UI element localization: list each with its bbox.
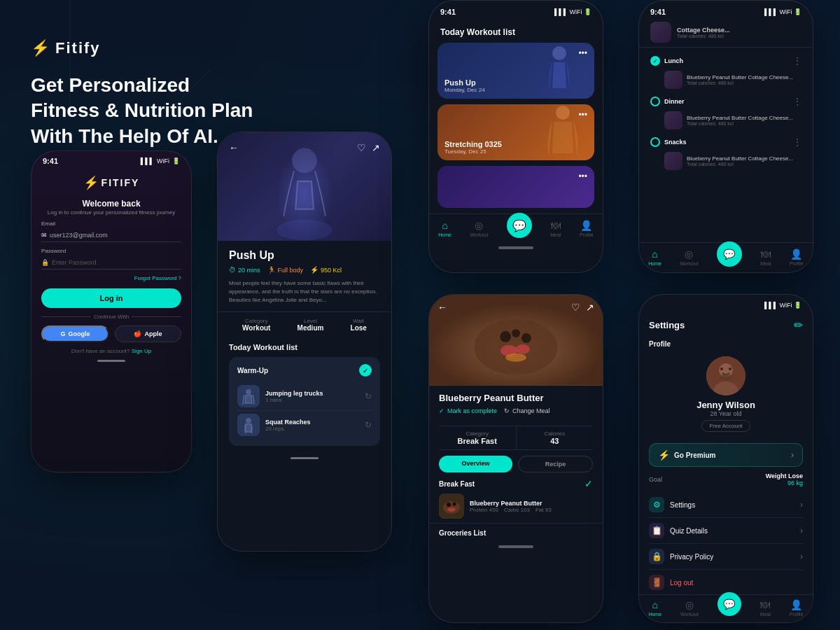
- more-options-icon[interactable]: •••: [578, 48, 587, 58]
- svg-point-30: [453, 503, 456, 506]
- exercise-item[interactable]: Squat Reaches 20 reps ↻: [237, 411, 372, 439]
- profile-icon: 👤: [790, 599, 802, 610]
- status-bar: 9:41 ▌▌▌ WiFi 🔋: [639, 1, 813, 19]
- exercise-item[interactable]: Jumping leg trucks 1 mins ↻: [237, 382, 372, 411]
- groceries-title: Groceries List: [439, 529, 593, 537]
- nutrition-item[interactable]: Blueberry Peanut Butter Cottage Cheese..…: [664, 150, 802, 172]
- google-login-button[interactable]: G Google: [41, 326, 109, 342]
- workout-list-item-2[interactable]: ••• Stretching 0325 Tuesday, Dec 25: [438, 104, 594, 160]
- settings-bottom-nav: ⌂ Home ◎ Workout 💬 🍽 Meal 👤 Profile: [639, 594, 813, 622]
- more-options-icon[interactable]: •••: [578, 172, 587, 181]
- back-icon[interactable]: ←: [438, 302, 447, 313]
- settings-menu-item-privacy[interactable]: 🔒 Privacy Policy ›: [649, 544, 803, 570]
- food-thumbnail: [439, 493, 464, 519]
- edit-icon[interactable]: ✏: [794, 318, 803, 332]
- continue-with-label: Continue With: [41, 314, 181, 320]
- chat-icon: 💬: [723, 598, 735, 610]
- settings-menu: ⚙ Settings › 📋 Quiz Details › 🔒 Privacy …: [639, 492, 813, 595]
- meal-icon: 🍽: [760, 599, 770, 610]
- warmup-title: Warm-Up: [237, 367, 268, 374]
- chat-fab-button[interactable]: 💬: [718, 592, 741, 616]
- workout-icon: ◎: [685, 248, 693, 260]
- meal-section: Break Fast ✓ Blueberry Peanut Butter: [429, 478, 603, 519]
- svg-point-26: [505, 354, 526, 362]
- email-input-row[interactable]: ✉ user123@gmail.com: [41, 229, 181, 242]
- meal-group-header: Dinner ⋮: [650, 97, 802, 106]
- top-item-name: Cottage Cheese...: [677, 27, 730, 34]
- settings-header: Settings ✏: [639, 312, 813, 339]
- nav-home[interactable]: ⌂ Home: [648, 599, 662, 617]
- recipe-tab[interactable]: Recipe: [518, 456, 593, 472]
- forgot-password-link[interactable]: Forgot Password ?: [41, 275, 181, 281]
- back-icon: ←: [229, 142, 239, 153]
- nav-workout[interactable]: ◎ Workout: [680, 599, 699, 617]
- back-button[interactable]: ←: [229, 142, 239, 153]
- home-icon: ⌂: [652, 599, 658, 610]
- nutrition-item[interactable]: Blueberry Peanut Butter Cottage Cheese..…: [664, 109, 802, 132]
- meal-group-dinner: Dinner ⋮ Blueberry Peanut Butter Cottage…: [639, 94, 813, 134]
- meal-group-lunch: ✓ Lunch ⋮ Blueberry Peanut Butter Cottag…: [639, 53, 813, 94]
- nav-profile[interactable]: 👤 Profile: [580, 220, 594, 238]
- overview-tab[interactable]: Overview: [439, 456, 512, 472]
- meal-group-header: ✓ Lunch ⋮: [650, 56, 802, 66]
- svg-point-14: [246, 389, 251, 395]
- profile-section: Jenny Wilson 28 Year old Free Account: [639, 352, 813, 440]
- more-options-icon[interactable]: •••: [578, 110, 587, 120]
- settings-menu-item-logout[interactable]: 🚪 Log out: [649, 570, 803, 595]
- apple-login-button[interactable]: 🍎 Apple: [115, 326, 181, 342]
- bottom-nav: ⌂ Home ◎ Workout 💬 🍽 Meal 👤 Profile: [639, 242, 813, 272]
- more-icon[interactable]: ⋮: [793, 56, 802, 66]
- settings-menu-item-quiz[interactable]: 📋 Quiz Details ›: [649, 518, 803, 544]
- nav-home[interactable]: ⌂ Home: [648, 248, 662, 267]
- password-input-row[interactable]: 🔒 Enter Password: [41, 256, 181, 270]
- nav-meal[interactable]: 🍽 Meal: [550, 220, 561, 238]
- home-indicator: [498, 246, 533, 249]
- profile-icon: 👤: [580, 220, 592, 231]
- nav-meal[interactable]: 🍽 Meal: [760, 599, 771, 617]
- chat-fab-button[interactable]: 💬: [507, 213, 532, 238]
- meal-group-header: Snacks ⋮: [650, 137, 802, 147]
- share-icon[interactable]: ↗: [372, 142, 380, 153]
- nav-profile[interactable]: 👤 Profile: [790, 248, 804, 267]
- workout-list-item-1[interactable]: ••• Push Up Monday, Dec 24: [438, 43, 594, 99]
- phone-workout-list-screen: 9:41 ▌▌▌ WiFi 🔋 Today Workout list ••• P…: [428, 0, 603, 273]
- svg-point-22: [512, 329, 520, 337]
- refresh-icon[interactable]: ↻: [365, 420, 372, 430]
- mark-complete-button[interactable]: ✓ Mark as complete: [439, 407, 497, 414]
- more-icon[interactable]: ⋮: [793, 137, 802, 147]
- home-indicator: [290, 457, 318, 459]
- workout-hero-image: ← ♡ ↗: [218, 132, 391, 241]
- share-icon[interactable]: ↗: [586, 302, 594, 313]
- more-icon[interactable]: ⋮: [793, 97, 802, 106]
- favorite-icon[interactable]: ♡: [357, 142, 366, 153]
- password-label: Password: [41, 248, 181, 254]
- warmup-card: Warm-Up ✓ Jumping leg trucks 1 mins: [229, 357, 380, 446]
- email-value: user123@gmail.com: [50, 232, 108, 239]
- workout-icon: ◎: [685, 599, 694, 610]
- card-header: Warm-Up ✓: [237, 364, 372, 377]
- chat-fab-button[interactable]: 💬: [717, 241, 742, 267]
- food-item[interactable]: Blueberry Peanut Butter Protein 450 Carb…: [439, 493, 593, 519]
- go-premium-button[interactable]: ⚡ Go Premium ›: [649, 443, 803, 467]
- nutrition-item[interactable]: Blueberry Peanut Butter Cottage Cheese..…: [664, 69, 802, 91]
- nav-meal[interactable]: 🍽 Meal: [760, 248, 771, 267]
- workout-actions: ♡ ↗: [357, 142, 380, 153]
- logo-icon: ⚡: [31, 39, 50, 57]
- today-workout-section: Today Workout list Warm-Up ✓: [218, 337, 391, 451]
- top-nutrition-item[interactable]: Cottage Cheese... Total calories: 480 kc…: [639, 19, 813, 48]
- svg-point-18: [556, 106, 570, 120]
- change-meal-button[interactable]: ↻ Change Meal: [504, 407, 550, 414]
- meal-icon: 🍽: [551, 220, 561, 231]
- login-logo-name: FITIFY: [102, 177, 140, 188]
- nav-profile[interactable]: 👤 Profile: [790, 599, 804, 617]
- refresh-icon[interactable]: ↻: [365, 391, 372, 401]
- nav-home[interactable]: ⌂ Home: [438, 220, 451, 238]
- favorite-icon[interactable]: ♡: [571, 302, 580, 313]
- settings-menu-item-settings[interactable]: ⚙ Settings ›: [649, 492, 803, 518]
- login-button[interactable]: Log in: [41, 288, 181, 308]
- nav-workout[interactable]: ◎ Workout: [680, 248, 698, 267]
- status-icons: ▌▌▌ WiFi 🔋: [764, 8, 802, 15]
- nav-workout[interactable]: ◎ Workout: [470, 220, 488, 238]
- workout-list-item-3[interactable]: •••: [438, 166, 594, 208]
- signup-link[interactable]: Sign Up: [132, 348, 151, 354]
